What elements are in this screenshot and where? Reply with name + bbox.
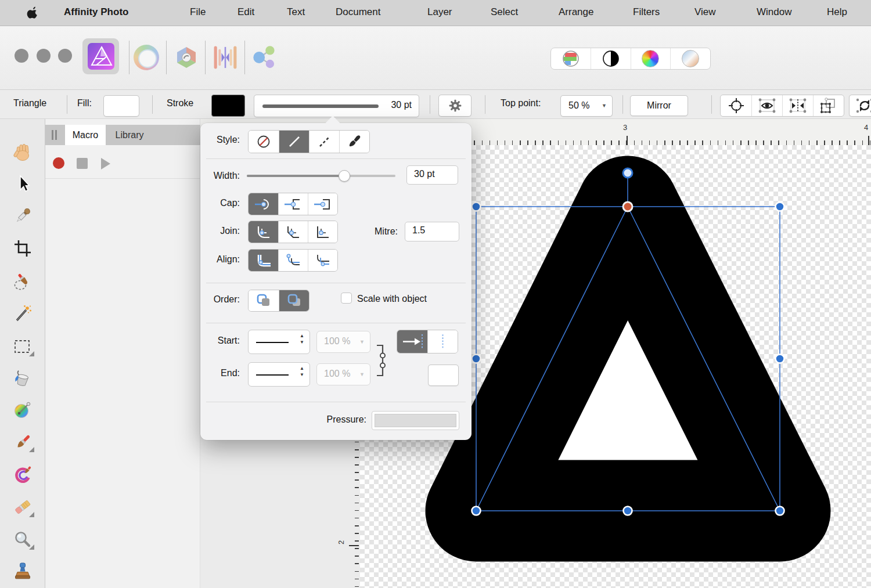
erase-brush-tool[interactable] — [13, 497, 33, 517]
menu-item-window[interactable]: Window — [757, 6, 791, 18]
style-solid-button[interactable] — [279, 131, 309, 153]
view-tool[interactable] — [13, 142, 33, 162]
stepper-down-icon[interactable]: ▼ — [300, 372, 304, 378]
style-dashed-button[interactable] — [309, 131, 339, 153]
start-style-combo[interactable]: ▲ ▼ — [248, 330, 310, 354]
stepper-down-icon[interactable]: ▼ — [300, 340, 304, 346]
paint-brush-tool[interactable] — [13, 432, 33, 452]
mirror-button[interactable]: Mirror — [630, 95, 688, 116]
align-inside-button[interactable] — [278, 250, 308, 271]
show-selection-button[interactable] — [751, 95, 782, 116]
menu-item-edit[interactable]: Edit — [237, 6, 254, 18]
hsl-adjustment-button[interactable] — [631, 48, 671, 69]
channels-adjustment-button[interactable] — [551, 48, 591, 69]
top-point-dropdown[interactable]: 50 % ▼ — [560, 95, 613, 117]
cap-square-button[interactable] — [308, 193, 337, 215]
width-slider-knob[interactable] — [339, 170, 350, 182]
panel-drag-handle-icon[interactable] — [55, 130, 57, 140]
zoom-tool[interactable] — [13, 530, 33, 550]
stepper-control[interactable]: ▲ ▼ — [300, 366, 304, 378]
snapping-button[interactable] — [721, 95, 751, 116]
order-front-button[interactable] — [279, 290, 309, 311]
menu-app-name[interactable]: Affinity Photo — [64, 6, 128, 18]
tone-mapping-persona-icon[interactable] — [213, 45, 238, 70]
stroke-width-button[interactable]: 30 pt — [254, 95, 419, 117]
selection-brush-tool[interactable] — [13, 272, 33, 291]
link-start-end-icon[interactable] — [375, 344, 388, 377]
menu-item-select[interactable]: Select — [491, 6, 518, 18]
flood-fill-tool[interactable] — [13, 369, 33, 388]
develop-persona-icon[interactable] — [173, 45, 200, 70]
menu-item-file[interactable]: File — [190, 6, 206, 18]
flood-select-tool[interactable] — [13, 304, 33, 324]
menu-item-text[interactable]: Text — [287, 6, 305, 18]
tab-macro[interactable]: Macro — [65, 125, 106, 145]
join-bevel-button[interactable] — [278, 221, 308, 243]
window-zoom-button[interactable] — [58, 49, 72, 63]
scale-with-object-checkbox[interactable] — [341, 293, 352, 304]
handle-top-left[interactable] — [472, 203, 481, 211]
stroke-settings-button[interactable] — [438, 95, 472, 117]
color-picker-tool[interactable] — [13, 206, 33, 226]
colour-replacement-brush-tool[interactable] — [13, 465, 33, 485]
gradient-tool[interactable] — [13, 400, 33, 420]
stepper-up-icon[interactable]: ▲ — [300, 333, 304, 340]
handle-mid-left[interactable] — [472, 355, 481, 363]
macro-record-button[interactable] — [53, 157, 64, 169]
arrow-inside-button[interactable] — [397, 330, 427, 353]
white-balance-button[interactable] — [670, 48, 710, 69]
menu-item-view[interactable]: View — [694, 6, 716, 18]
handle-top-right[interactable] — [776, 203, 784, 211]
tab-library[interactable]: Library — [106, 125, 153, 145]
fill-swatch[interactable] — [103, 95, 139, 117]
handle-mid-right[interactable] — [776, 355, 784, 363]
transform-objects-separately-button[interactable] — [813, 95, 844, 116]
width-value-field[interactable]: 30 pt — [406, 165, 458, 185]
style-none-button[interactable] — [249, 131, 279, 153]
width-slider[interactable] — [247, 175, 395, 177]
tone-adjustment-button[interactable] — [591, 48, 631, 69]
menu-item-help[interactable]: Help — [827, 6, 847, 18]
arrow-swatch-button[interactable] — [428, 365, 459, 386]
clone-stamp-tool[interactable] — [13, 562, 33, 582]
panel-drag-handle-icon[interactable] — [52, 130, 53, 140]
start-size-dropdown[interactable]: 100 % ▼ — [316, 331, 370, 353]
triangle-shape[interactable] — [476, 207, 780, 511]
top-point-node[interactable] — [623, 202, 632, 211]
menu-item-document[interactable]: Document — [336, 6, 380, 18]
stroke-swatch[interactable] — [211, 95, 245, 117]
end-style-combo[interactable]: ▲ ▼ — [248, 362, 310, 387]
handle-bottom-right[interactable] — [776, 507, 784, 515]
align-center-button[interactable] — [249, 250, 278, 271]
order-behind-button[interactable] — [249, 290, 279, 311]
cap-round-button[interactable] — [249, 193, 278, 215]
handle-bottom-left[interactable] — [472, 507, 481, 515]
menu-item-filters[interactable]: Filters — [633, 6, 660, 18]
join-mitre-button[interactable] — [308, 221, 337, 243]
menu-item-layer[interactable]: Layer — [427, 6, 452, 18]
macro-play-button[interactable] — [101, 158, 110, 169]
join-round-button[interactable] — [249, 221, 278, 243]
stepper-up-icon[interactable]: ▲ — [300, 366, 304, 372]
menu-item-arrange[interactable]: Arrange — [559, 6, 593, 18]
mitre-value-field[interactable]: 1.5 — [405, 222, 459, 241]
enable-transform-origin-button[interactable] — [849, 95, 871, 117]
crop-tool[interactable] — [13, 239, 33, 258]
photo-persona-button[interactable] — [82, 38, 119, 74]
cap-butt-button[interactable] — [278, 193, 308, 215]
stepper-control[interactable]: ▲ ▼ — [300, 333, 304, 346]
flip-horizontal-button[interactable] — [782, 95, 813, 116]
apple-icon[interactable] — [27, 6, 38, 19]
macro-stop-button[interactable] — [77, 158, 88, 169]
marquee-select-tool[interactable] — [13, 337, 33, 356]
rotation-handle[interactable] — [623, 168, 632, 178]
style-brush-button[interactable] — [339, 131, 369, 153]
window-close-button[interactable] — [15, 49, 28, 63]
export-persona-icon[interactable] — [251, 45, 277, 70]
handle-bottom-center[interactable] — [624, 507, 632, 515]
window-minimize-button[interactable] — [37, 49, 51, 63]
liquify-persona-icon[interactable] — [134, 45, 159, 70]
move-tool[interactable] — [13, 174, 33, 194]
pressure-profile-button[interactable] — [372, 411, 459, 430]
end-size-dropdown[interactable]: 100 % ▼ — [316, 363, 370, 385]
